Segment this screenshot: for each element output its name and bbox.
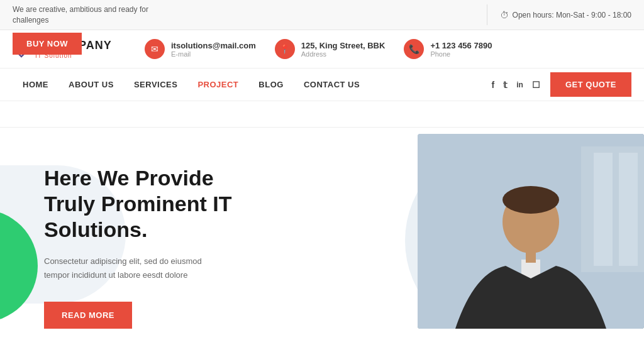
contact-address: 📍 125, King Street, BBK Address (275, 39, 386, 59)
clock-icon: ⏱ (500, 10, 509, 20)
hero-section: Here We Provide Truly Prominent IT Solut… (0, 128, 644, 329)
hero-subtitle: Consectetur adipiscing elit, sed do eius… (44, 255, 220, 282)
nav-social: f 𝕥 in ☐ (482, 80, 550, 90)
email-icon: ✉ (145, 39, 165, 59)
buy-now-button[interactable]: BUY NOW (13, 33, 82, 55)
navbar: HOME ABOUT US SERVICES PROJECT BLOG CONT… (0, 69, 644, 101)
contact-phone: 📞 +1 123 456 7890 Phone (404, 39, 492, 59)
hero-content: Here We Provide Truly Prominent IT Solut… (0, 128, 250, 329)
buy-now-bar: BUY NOW (0, 101, 644, 128)
nav-contact[interactable]: CONTACT US (294, 70, 370, 99)
read-more-button[interactable]: READ MORE (44, 302, 132, 329)
site-header: IT COMPANY IT Solution ✉ itsolutions@mai… (0, 30, 644, 69)
svg-point-7 (502, 186, 559, 214)
nav-blog[interactable]: BLOG (248, 70, 294, 99)
top-bar: We are creative, ambitious and ready for… (0, 0, 644, 30)
hero-image-area (309, 128, 644, 329)
svg-rect-9 (594, 153, 613, 266)
instagram-icon[interactable]: ☐ (532, 80, 540, 90)
get-quote-button[interactable]: GET QUOTE (550, 72, 631, 97)
nav-links: HOME ABOUT US SERVICES PROJECT BLOG CONT… (13, 70, 482, 99)
phone-icon: 📞 (404, 39, 424, 59)
nav-services[interactable]: SERVICES (124, 70, 188, 99)
hero-title: Here We Provide Truly Prominent IT Solut… (44, 165, 231, 242)
header-contacts: ✉ itsolutions@mail.com E-mail 📍 125, Kin… (145, 39, 631, 59)
twitter-icon[interactable]: 𝕥 (503, 80, 508, 90)
top-bar-hours: ⏱ Open hours: Mon-Sat - 9:00 - 18:00 (487, 10, 631, 20)
svg-rect-10 (619, 153, 638, 266)
nav-home[interactable]: HOME (13, 70, 58, 99)
nav-project[interactable]: PROJECT (187, 70, 248, 99)
contact-email: ✉ itsolutions@mail.com E-mail (145, 39, 256, 59)
linkedin-icon[interactable]: in (516, 80, 523, 89)
person-svg (418, 134, 644, 329)
nav-about[interactable]: ABOUT US (58, 70, 124, 99)
facebook-icon[interactable]: f (492, 80, 495, 90)
top-bar-tagline: We are creative, ambitious and ready for… (13, 4, 487, 26)
hero-person-image (418, 134, 644, 329)
location-icon: 📍 (275, 39, 295, 59)
